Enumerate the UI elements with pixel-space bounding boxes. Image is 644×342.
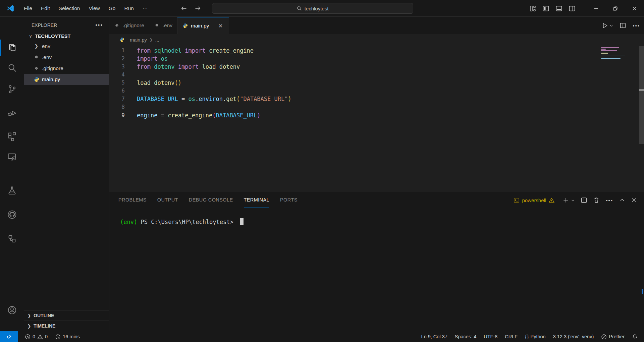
- workspace-folder-row[interactable]: ∨ TECHLOYTEST: [24, 32, 109, 41]
- terminal-instance[interactable]: powershell: [514, 197, 555, 203]
- panel-more-actions-icon[interactable]: •••: [606, 197, 613, 203]
- menu-view[interactable]: View: [84, 0, 104, 16]
- source-control-icon[interactable]: [0, 81, 24, 97]
- maximize-panel-icon[interactable]: [620, 197, 625, 203]
- file-row-dotenv[interactable]: .env: [24, 52, 109, 63]
- nav-forward-icon[interactable]: [194, 4, 202, 12]
- close-panel-icon[interactable]: [631, 197, 637, 203]
- formatter-status[interactable]: Prettier: [597, 334, 628, 340]
- chevron-down-icon[interactable]: [571, 198, 575, 202]
- file-name: .gitignore: [42, 65, 63, 71]
- code-line-1[interactable]: 1from sqlmodel import create_engine: [109, 47, 600, 55]
- code-line-9[interactable]: 9engine = create_engine(DATABASE_URL): [109, 111, 600, 119]
- explorer-more-actions-icon[interactable]: •••: [95, 22, 103, 28]
- explorer-icon[interactable]: [0, 40, 24, 56]
- focus-timer-status[interactable]: 16 mins: [52, 334, 83, 340]
- panel-tab-output[interactable]: OUTPUT: [157, 192, 178, 208]
- chevron-down-icon[interactable]: [609, 24, 613, 27]
- close-window-button[interactable]: [625, 0, 644, 17]
- customize-layout-icon[interactable]: [530, 5, 536, 12]
- scrollbar-slider[interactable]: [639, 46, 644, 144]
- kill-terminal-trash-icon[interactable]: [593, 197, 599, 203]
- python-interpreter-status[interactable]: 3.12.3 ('env': venv): [549, 334, 598, 339]
- warning-count: 0: [45, 334, 48, 339]
- line-content: engine = create_engine(DATABASE_URL): [137, 111, 261, 119]
- run-and-debug-icon[interactable]: [0, 105, 24, 121]
- notifications-bell[interactable]: [628, 334, 641, 340]
- tab-dotenv[interactable]: .env: [149, 17, 177, 34]
- panel-tab-ports[interactable]: PORTS: [280, 192, 298, 208]
- new-terminal-button[interactable]: [563, 197, 575, 203]
- editor-scrollbar[interactable]: [639, 46, 644, 190]
- testing-icon[interactable]: [0, 182, 24, 198]
- file-row-mainpy[interactable]: main.py: [24, 74, 109, 85]
- line-number: 7: [109, 95, 125, 103]
- breadcrumb-file[interactable]: main.py: [130, 37, 147, 43]
- remote-explorer-icon[interactable]: [0, 149, 24, 165]
- editor-more-actions-icon[interactable]: •••: [633, 23, 640, 28]
- eol-status[interactable]: CRLF: [501, 334, 521, 339]
- code-line-8[interactable]: 8: [109, 103, 600, 111]
- panel-tab-terminal[interactable]: TERMINAL: [244, 192, 270, 208]
- accounts-icon[interactable]: [0, 302, 24, 318]
- tab-gitignore[interactable]: .gitignore: [109, 17, 149, 34]
- menu-run[interactable]: Run: [120, 0, 138, 16]
- indentation-status[interactable]: Spaces: 4: [451, 334, 480, 339]
- code-line-6[interactable]: 6: [109, 87, 600, 95]
- split-terminal-icon[interactable]: [581, 197, 587, 203]
- run-python-file-button[interactable]: [602, 22, 613, 29]
- code-line-5[interactable]: 5load_dotenv(): [109, 79, 600, 87]
- nav-back-icon[interactable]: [180, 4, 188, 12]
- problems-status[interactable]: 0 0: [22, 334, 51, 340]
- panel-actions: powershell •••: [514, 192, 637, 208]
- toggle-secondary-sidebar-icon[interactable]: [569, 5, 575, 12]
- tab-mainpy[interactable]: main.py ✕: [177, 17, 229, 34]
- minimap-line: [601, 58, 621, 59]
- command-center-search[interactable]: techloytest: [212, 3, 413, 14]
- code-line-4[interactable]: 4: [109, 71, 600, 79]
- remote-indicator[interactable]: [0, 331, 18, 342]
- github-icon[interactable]: [0, 207, 24, 223]
- cursor-position-status[interactable]: Ln 9, Col 37: [418, 334, 451, 339]
- editor-tab-bar: .gitignore .env main.py ✕: [109, 17, 644, 34]
- code-line-2[interactable]: 2import os: [109, 55, 600, 63]
- toggle-primary-sidebar-icon[interactable]: [543, 5, 549, 12]
- menu-edit[interactable]: Edit: [37, 0, 54, 16]
- breadcrumb[interactable]: main.py ❯ ...: [109, 34, 644, 45]
- breadcrumb-symbol[interactable]: ...: [155, 37, 159, 43]
- code-token: [151, 63, 154, 70]
- file-row-gitignore[interactable]: .gitignore: [24, 63, 109, 74]
- menu-more[interactable]: ···: [138, 0, 152, 16]
- outline-section[interactable]: ❯ OUTLINE: [24, 310, 109, 321]
- split-editor-icon[interactable]: [620, 22, 626, 28]
- extensions-icon[interactable]: [0, 128, 24, 144]
- tab-close-icon[interactable]: ✕: [217, 22, 224, 30]
- menu-go[interactable]: Go: [104, 0, 120, 16]
- folder-row-env[interactable]: ❯ env: [24, 41, 109, 52]
- code-editor[interactable]: 1from sqlmodel import create_engine2impo…: [109, 45, 644, 192]
- code-line-7[interactable]: 7DATABASE_URL = os.environ.get("DATABASE…: [109, 95, 600, 103]
- restore-button[interactable]: [606, 0, 625, 17]
- toggle-panel-icon[interactable]: [556, 5, 562, 12]
- panel-tab-debug-console[interactable]: DEBUG CONSOLE: [189, 192, 233, 208]
- extension-blocks-icon[interactable]: [0, 231, 24, 247]
- minimize-button[interactable]: [587, 0, 606, 17]
- code-token: =: [181, 96, 185, 102]
- line-number: 6: [109, 87, 125, 95]
- search-view-icon[interactable]: [0, 60, 24, 76]
- file-name: .env: [42, 54, 52, 60]
- chevron-right-icon: ❯: [34, 44, 39, 49]
- menu-file[interactable]: File: [19, 0, 37, 16]
- panel-tab-problems[interactable]: PROBLEMS: [118, 192, 147, 208]
- code-token: [164, 112, 168, 119]
- language-mode-status[interactable]: { } Python: [521, 334, 549, 339]
- encoding-status[interactable]: UTF-8: [480, 334, 501, 339]
- minimap[interactable]: [601, 47, 636, 60]
- code-token: [185, 96, 188, 102]
- timeline-section[interactable]: ❯ TIMELINE: [24, 321, 109, 331]
- menu-selection[interactable]: Selection: [54, 0, 85, 16]
- editor-group: .gitignore .env main.py ✕: [109, 17, 644, 192]
- terminal-content[interactable]: (env) PS C:\Users\HP\techloytest>: [109, 208, 644, 225]
- code-line-3[interactable]: 3from dotenv import load_dotenv: [109, 63, 600, 71]
- terminal-icon: [514, 197, 520, 203]
